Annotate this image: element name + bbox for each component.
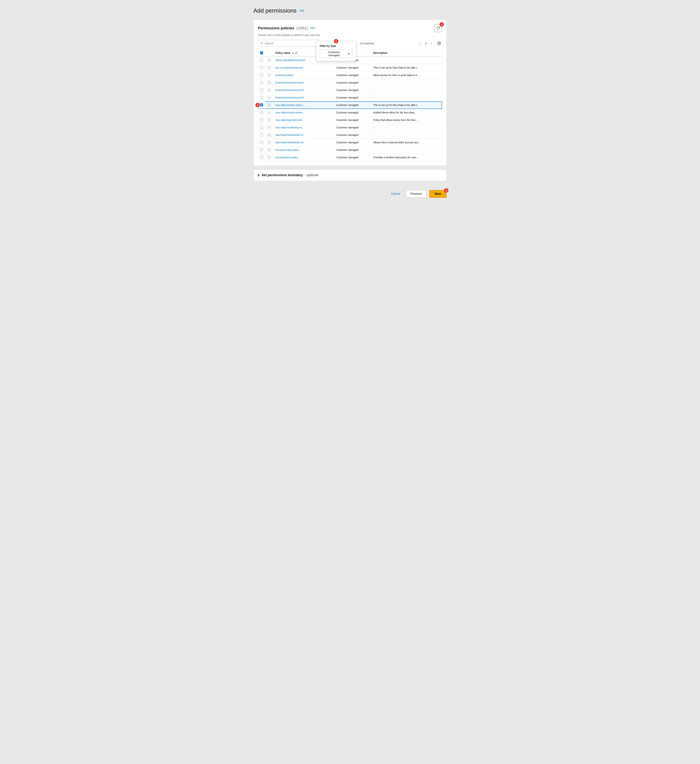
page-info-link[interactable]: Info xyxy=(300,9,305,13)
row-checkbox[interactable] xyxy=(260,66,263,69)
sort-icon: ▲ xyxy=(292,52,294,54)
panel-info-link[interactable]: Info xyxy=(310,27,315,30)
pagination-next-button[interactable]: › xyxy=(428,40,434,46)
expand-icon[interactable]: + xyxy=(267,148,271,152)
row-checkbox[interactable] xyxy=(260,103,263,106)
row-checkbox-cell xyxy=(258,109,265,116)
expand-icon[interactable]: + xyxy=(267,58,271,62)
expand-icon[interactable]: + xyxy=(267,66,271,69)
table-row: + mux-data-monitoring-ro... Customer man… xyxy=(258,124,442,132)
matches-text: 14 matches xyxy=(360,42,374,45)
row-type: Customer managed xyxy=(334,132,371,139)
row-expand-cell: + xyxy=(265,124,273,132)
row-description: - xyxy=(371,86,442,94)
search-wrapper xyxy=(258,40,320,47)
row-policy-name: mux-data-logs-test-kine... xyxy=(273,116,334,124)
table-row: + mux-data-kinesis-extern... Customer ma… xyxy=(258,109,442,116)
table-row: + MuxViewsToNewRelic-D... Customer manag… xyxy=(258,132,442,139)
row-policy-name: mux-data-kinesis-extern... xyxy=(273,109,334,116)
policy-link[interactable]: ep-mux-data-kinesis-ext... xyxy=(275,66,305,69)
row-checkbox[interactable] xyxy=(260,148,263,151)
table-row: + truckload-test-policy Customer managed… xyxy=(258,154,442,161)
policy-link[interactable]: KinesisFirehoseServiceP... xyxy=(275,96,306,99)
table-settings-button[interactable] xyxy=(436,40,442,46)
row-type: Customer managed xyxy=(334,154,371,161)
expand-icon[interactable]: + xyxy=(267,81,271,85)
filter-popup: 2 Filter by Type Customer managed ▼ xyxy=(316,41,356,61)
table-row: + KinesisFirehoseServiceP... Customer ma… xyxy=(258,79,442,86)
policy-table: Policy name ▲ 🔗 Type ▼ Description + xyxy=(258,50,442,161)
row-expand-cell: + xyxy=(265,72,273,79)
header-checkbox[interactable] xyxy=(260,52,263,54)
filter-popup-label: Filter by Type xyxy=(320,44,353,47)
expand-icon[interactable]: + xyxy=(267,111,271,114)
policy-link[interactable]: mux-data-monitoring-ro... xyxy=(275,126,304,129)
table-header-expand-cell xyxy=(265,50,273,56)
row-expand-cell: + xyxy=(265,154,273,161)
policy-link[interactable]: KinesisFirehoseServiceP... xyxy=(275,89,306,92)
row-expand-cell: + xyxy=(265,79,273,86)
row-checkbox[interactable] xyxy=(260,81,263,84)
policy-link[interactable]: MuxViewsToNewRelic-M... xyxy=(275,141,306,144)
policy-link[interactable]: ril-export-copy-policy xyxy=(275,149,299,151)
cancel-button[interactable]: Cancel xyxy=(388,191,403,197)
row-checkbox-cell xyxy=(258,116,265,124)
footer-actions: Cancel Previous Next 4 xyxy=(253,186,447,199)
row-type: Customer managed xyxy=(334,72,371,79)
boundary-header[interactable]: Set permissions boundary - optional xyxy=(258,173,442,177)
policy-link[interactable]: mux-data-kinesis-extern... xyxy=(275,103,305,106)
expand-icon[interactable]: + xyxy=(267,96,271,99)
chevron-down-icon: ▼ xyxy=(347,52,350,55)
row-policy-name: KinesisFirehoseServiceP... xyxy=(273,86,334,94)
policy-link[interactable]: js-kinesis-policy xyxy=(275,74,293,77)
row-checkbox[interactable] xyxy=(260,141,263,144)
expand-icon[interactable]: + xyxy=(267,73,271,77)
panel-subtitle: Choose one or more policies to attach to… xyxy=(258,34,442,36)
policy-link[interactable]: mux-data-kinesis-extern... xyxy=(275,111,305,114)
filter-type-select[interactable]: Customer managed ▼ xyxy=(320,49,353,58)
row-description: Policy that allows acess from the Mux ..… xyxy=(371,116,442,124)
row-policy-name: ep-mux-data-kinesis-ext... xyxy=(273,64,334,72)
row-checkbox[interactable] xyxy=(260,96,263,99)
row-checkbox-cell xyxy=(258,94,265,102)
row-checkbox[interactable] xyxy=(260,111,263,114)
row-checkbox[interactable] xyxy=(260,118,263,121)
row-type: Customer managed xyxy=(334,116,371,124)
search-input[interactable] xyxy=(265,42,318,45)
expand-icon[interactable]: + xyxy=(267,88,271,92)
row-description: - xyxy=(371,124,442,132)
table-row: + ril-export-copy-policy Customer manage… xyxy=(258,146,442,154)
policy-link[interactable]: truckload-test-policy xyxy=(275,156,298,159)
row-checkbox[interactable] xyxy=(260,58,263,61)
row-checkbox[interactable] xyxy=(260,133,263,136)
row-checkbox[interactable] xyxy=(260,88,263,91)
expand-icon[interactable]: + xyxy=(267,141,271,144)
search-icon xyxy=(260,42,263,45)
policy-link[interactable]: AWSLambdaBasicExecuti... xyxy=(275,59,307,62)
table-header-checkbox-cell xyxy=(258,50,265,56)
row-checkbox-cell: 3 xyxy=(258,102,265,109)
row-checkbox-cell xyxy=(258,79,265,86)
row-policy-name: MuxViewsToNewRelic-D... xyxy=(273,132,334,139)
row-checkbox-cell xyxy=(258,64,265,72)
expand-icon[interactable]: + xyxy=(267,103,271,107)
policy-link[interactable]: KinesisFirehoseServiceP... xyxy=(275,81,306,84)
expand-icon[interactable]: + xyxy=(267,126,271,129)
row-checkbox[interactable] xyxy=(260,126,263,129)
expand-icon[interactable]: + xyxy=(267,156,271,159)
expand-icon[interactable]: + xyxy=(267,133,271,137)
table-row: + KinesisFirehoseServiceP... Customer ma… xyxy=(258,86,442,94)
row-checkbox-cell xyxy=(258,86,265,94)
row-type: Customer managed xyxy=(334,86,371,94)
pagination-prev-button[interactable]: ‹ xyxy=(418,40,423,46)
row-checkbox[interactable] xyxy=(260,74,263,77)
pagination-controls: ‹ 1 › xyxy=(418,40,442,46)
previous-button[interactable]: Previous xyxy=(406,190,427,197)
policy-link[interactable]: mux-data-logs-test-kine... xyxy=(275,119,304,122)
row-checkbox[interactable] xyxy=(260,156,263,159)
policy-link[interactable]: MuxViewsToNewRelic-D... xyxy=(275,133,305,136)
expand-icon[interactable]: + xyxy=(267,118,271,122)
filter-selected-value: Customer managed xyxy=(322,50,345,57)
row-type: Customer managed xyxy=(334,102,371,109)
row-policy-name: mux-data-kinesis-extern... xyxy=(273,102,334,109)
